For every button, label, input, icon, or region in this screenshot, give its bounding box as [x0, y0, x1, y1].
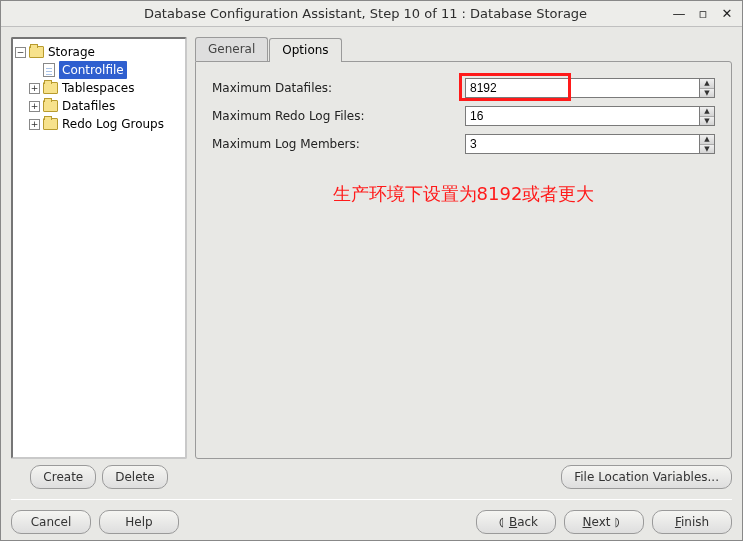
- finish-button[interactable]: Finish: [652, 510, 732, 534]
- content-area: − Storage Controlfile + Tab: [1, 27, 742, 540]
- spinner-max-redo: ▲ ▼: [465, 106, 715, 126]
- tab-options[interactable]: Options: [269, 38, 341, 62]
- spinner-max-datafiles: ▲ ▼: [465, 78, 715, 98]
- storage-tree[interactable]: − Storage Controlfile + Tab: [11, 37, 187, 459]
- spinner-down-icon[interactable]: ▼: [700, 145, 714, 154]
- spinner-up-icon[interactable]: ▲: [700, 135, 714, 145]
- folder-icon: [43, 82, 58, 94]
- row-max-log-members: Maximum Log Members: ▲ ▼: [212, 134, 715, 154]
- tab-container: General Options Maximum Datafiles: ▲ ▼: [195, 37, 732, 459]
- tab-general[interactable]: General: [195, 37, 268, 61]
- tree-label-redolog: Redo Log Groups: [62, 115, 164, 133]
- cancel-button[interactable]: Cancel: [11, 510, 91, 534]
- tree-label-datafiles: Datafiles: [62, 97, 115, 115]
- tree-label-controlfile: Controlfile: [59, 61, 127, 79]
- file-location-row: File Location Variables...: [195, 465, 732, 489]
- collapse-icon[interactable]: −: [15, 47, 26, 58]
- separator: [11, 499, 732, 500]
- tree-root-storage[interactable]: − Storage: [15, 43, 183, 61]
- maximize-button[interactable]: ▫: [694, 5, 712, 23]
- spinner-up-icon[interactable]: ▲: [700, 107, 714, 117]
- expand-icon[interactable]: +: [29, 101, 40, 112]
- tree-label-storage: Storage: [48, 43, 95, 61]
- spinner-max-log-members: ▲ ▼: [465, 134, 715, 154]
- folder-icon: [43, 100, 58, 112]
- label-max-datafiles: Maximum Datafiles:: [212, 81, 412, 95]
- spinner-up-icon[interactable]: ▲: [700, 79, 714, 89]
- input-max-log-members[interactable]: [465, 134, 699, 154]
- arrow-left-icon: ⦇: [498, 516, 505, 529]
- arrow-right-icon: ⦈: [614, 516, 621, 529]
- window-title: Database Configuration Assistant, Step 1…: [67, 6, 664, 21]
- footer-buttons: Cancel Help ⦇Back Next⦈ Finish: [11, 508, 732, 534]
- tree-item-datafiles[interactable]: + Datafiles: [29, 97, 183, 115]
- left-column: − Storage Controlfile + Tab: [11, 37, 187, 489]
- row-max-datafiles: Maximum Datafiles: ▲ ▼: [212, 78, 715, 98]
- tab-body-options: Maximum Datafiles: ▲ ▼ Max: [195, 61, 732, 459]
- create-button[interactable]: Create: [30, 465, 96, 489]
- tree-label-tablespaces: Tablespaces: [62, 79, 135, 97]
- label-max-log-members: Maximum Log Members:: [212, 137, 412, 151]
- close-button[interactable]: ✕: [718, 5, 736, 23]
- window-root: Database Configuration Assistant, Step 1…: [0, 0, 743, 541]
- delete-button[interactable]: Delete: [102, 465, 167, 489]
- file-location-variables-button[interactable]: File Location Variables...: [561, 465, 732, 489]
- folder-icon: [43, 118, 58, 130]
- input-max-redo[interactable]: [465, 106, 699, 126]
- input-max-datafiles[interactable]: [465, 78, 699, 98]
- tab-strip: General Options: [195, 37, 732, 61]
- back-button[interactable]: ⦇Back: [476, 510, 556, 534]
- right-column: General Options Maximum Datafiles: ▲ ▼: [195, 37, 732, 489]
- tree-item-tablespaces[interactable]: + Tablespaces: [29, 79, 183, 97]
- tree-buttons: Create Delete: [11, 465, 187, 489]
- expand-icon[interactable]: +: [29, 119, 40, 130]
- titlebar: Database Configuration Assistant, Step 1…: [1, 1, 742, 27]
- main-row: − Storage Controlfile + Tab: [11, 37, 732, 489]
- spinner-down-icon[interactable]: ▼: [700, 117, 714, 126]
- folder-icon: [29, 46, 44, 58]
- minimize-button[interactable]: —: [670, 5, 688, 23]
- label-max-redo: Maximum Redo Log Files:: [212, 109, 412, 123]
- expand-icon[interactable]: +: [29, 83, 40, 94]
- annotation-text: 生产环境下设置为8192或者更大: [212, 182, 715, 206]
- row-max-redo: Maximum Redo Log Files: ▲ ▼: [212, 106, 715, 126]
- help-button[interactable]: Help: [99, 510, 179, 534]
- tree-item-redolog[interactable]: + Redo Log Groups: [29, 115, 183, 133]
- spinner-down-icon[interactable]: ▼: [700, 89, 714, 98]
- tree-item-controlfile[interactable]: Controlfile: [29, 61, 183, 79]
- file-icon: [43, 63, 55, 77]
- next-button[interactable]: Next⦈: [564, 510, 644, 534]
